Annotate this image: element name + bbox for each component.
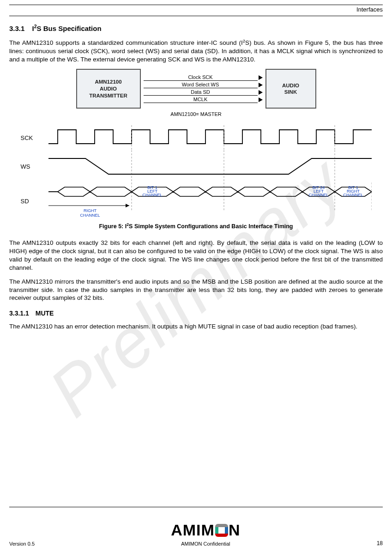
paragraph-2: The AMN12310 outputs exactly 32 bits for…	[9, 239, 383, 272]
label-sck: SCK	[21, 134, 48, 141]
logo-square-icon	[215, 524, 228, 537]
version-label: Version 0.5	[9, 541, 35, 547]
subsection-heading: 3.3.1.1 MUTE	[9, 310, 383, 317]
confidential-label: AMIMON Confidential	[35, 541, 377, 547]
page-number: 18	[377, 540, 383, 547]
svg-text:CHANNEL: CHANNEL	[142, 193, 162, 197]
figure-caption: Figure 5: I2S Simple System Configuratio…	[9, 223, 383, 230]
wave-sd: BIT 1 LEFT CHANNEL BIT 24 LEFT CHANNEL B…	[48, 182, 372, 219]
transmitter-box: AMN12100 AUDIO TRANSMITTER	[76, 69, 141, 109]
svg-text:CHANNEL: CHANNEL	[80, 213, 100, 218]
label-sd: SD	[21, 198, 48, 205]
footer: Version 0.5 AMIMN AMIMON Confidential 18	[9, 507, 383, 547]
subsection-title: MUTE	[36, 310, 54, 317]
rule-top	[9, 5, 383, 5]
label-ws: WS	[21, 163, 48, 170]
rule-under-header	[9, 16, 383, 16]
section-number: 3.3.1	[9, 24, 24, 32]
svg-marker-20	[126, 204, 129, 207]
wave-sck	[48, 125, 372, 150]
subsection-number: 3.3.1.1	[9, 310, 29, 317]
arrow-icon	[259, 97, 263, 102]
timing-diagram: SCK WS SD BIT 1	[21, 125, 372, 219]
signal-sck: Clock SCK	[144, 74, 258, 81]
sink-box: AUDIO SINK	[265, 69, 316, 109]
signal-mclk: MCLK	[144, 97, 258, 103]
signal-sd: Data SD	[144, 89, 258, 96]
paragraph-4: The AMN12310 has an error detection mech…	[9, 322, 383, 331]
master-note: AMN12100= MASTER	[9, 111, 383, 117]
signal-ws: Word Select WS	[144, 82, 258, 88]
svg-text:CHANNEL: CHANNEL	[308, 193, 328, 197]
arrow-icon	[259, 90, 263, 95]
rule-footer	[9, 507, 383, 507]
svg-text:RIGHT: RIGHT	[84, 208, 97, 213]
signal-lines: Clock SCK Word Select WS Data SD MCLK	[141, 73, 265, 104]
arrow-icon	[259, 83, 263, 87]
block-diagram: AMN12100 AUDIO TRANSMITTER Clock SCK Wor…	[76, 69, 316, 109]
svg-text:CHANNEL: CHANNEL	[343, 193, 363, 197]
wave-ws	[48, 150, 372, 182]
paragraph-3: The AMN12310 mirrors the transmitter's e…	[9, 278, 383, 302]
amimon-logo: AMIMN	[171, 521, 240, 539]
section-title-post: S Bus Specification	[37, 24, 102, 32]
paragraph-1: The AMN12310 supports a standardized com…	[9, 39, 383, 63]
section-heading: 3.3.1 I2S Bus Specification	[9, 24, 383, 32]
arrow-icon	[259, 75, 263, 80]
header-section: Interfaces	[9, 6, 383, 13]
